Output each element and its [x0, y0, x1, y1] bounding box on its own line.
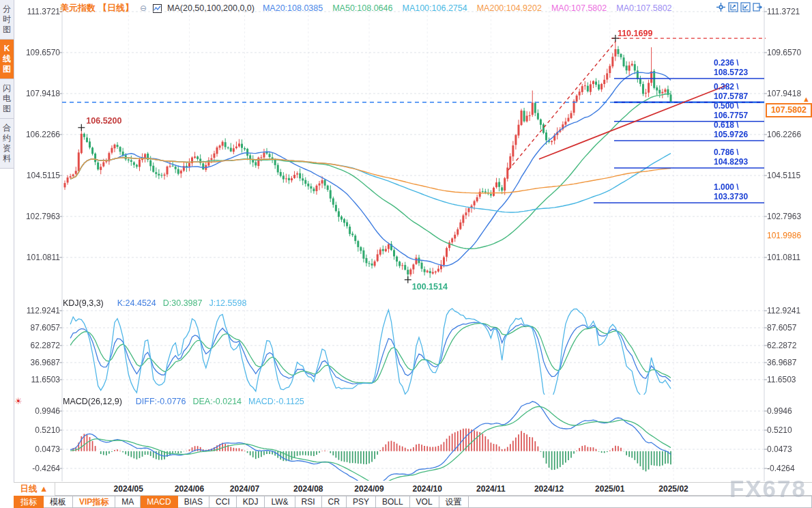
month-label: 2024/09	[354, 483, 383, 496]
indicator-tab-CR[interactable]: CR	[322, 496, 347, 508]
indicator-tab-LW&[interactable]: LW&	[265, 496, 295, 508]
month-label: 2024/08	[293, 483, 323, 496]
month-label: 2024/06	[175, 483, 204, 496]
tabs-row-filler	[469, 496, 812, 508]
indicator-tab-MACD[interactable]: MACD	[141, 496, 177, 508]
period-selector[interactable]: 日线 ▲	[14, 483, 55, 496]
month-label: 2024/11	[476, 483, 506, 496]
indicator-tab-CCI[interactable]: CCI	[209, 496, 237, 508]
indicator-tab-设置[interactable]: 设置	[439, 496, 469, 508]
chart-canvas[interactable]	[0, 0, 812, 482]
month-label: 2024/10	[412, 483, 441, 496]
indicator-tab-VOL[interactable]: VOL	[410, 496, 439, 508]
indicator-tab-BOLL[interactable]: BOLL	[376, 496, 410, 508]
indicator-tab-指标[interactable]: 指标	[14, 496, 44, 508]
chart-region: KDJ(9,3,3)K:24.4524D:30.3987J:12.5598 MA…	[0, 0, 812, 482]
month-label: 2025/02	[658, 483, 688, 496]
month-label: 2024/07	[230, 483, 259, 496]
month-label: 2024/12	[534, 483, 564, 496]
indicator-tab-MA[interactable]: MA	[115, 496, 141, 508]
indicator-tab-KDJ[interactable]: KDJ	[237, 496, 265, 508]
indicator-tab-VIP指标[interactable]: VIP指标	[73, 496, 115, 508]
indicator-tab-模板[interactable]: 模板	[44, 496, 73, 508]
indicator-tab-BIAS[interactable]: BIAS	[178, 496, 209, 508]
indicator-tab-PSY[interactable]: PSY	[347, 496, 376, 508]
month-label: 2024/05	[114, 483, 143, 496]
time-axis-row: 日线 ▲ 2024/052024/062024/072024/082024/09…	[14, 482, 812, 496]
month-label: 2025/01	[595, 483, 624, 496]
trading-app-window: 分时图K线图闪电图合约资料 美元指数【日线】 ⊖ MA(20,50,100,20…	[0, 0, 812, 508]
indicator-tabs-row: 指标模板VIP指标MAMACDBIASCCIKDJLW&RSICRPSYBOLL…	[14, 496, 812, 508]
indicator-tab-RSI[interactable]: RSI	[295, 496, 322, 508]
